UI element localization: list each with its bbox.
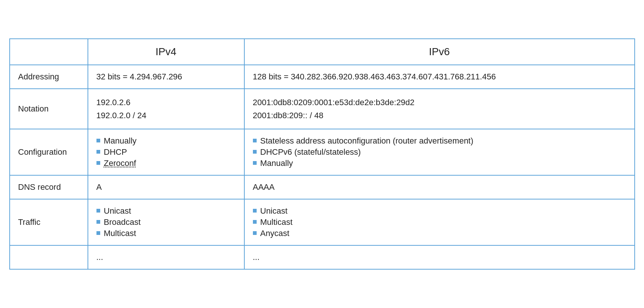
row-label-traffic: Traffic: [10, 199, 88, 245]
table-row: Notation 192.0.2.6 192.0.2.0 / 24 2001:0…: [10, 89, 635, 129]
bullet-icon: [253, 139, 257, 142]
row-ipv4-configuration: Manually DHCP Zeroconf: [88, 129, 244, 175]
ipv4-ipv6-comparison-table: IPv4 IPv6 Addressing 32 bits = 4.294.967…: [9, 38, 635, 270]
config-ipv4-list: Manually DHCP Zeroconf: [96, 136, 236, 168]
row-ipv4-addressing: 32 bits = 4.294.967.296: [88, 65, 244, 89]
notation-ipv4-line2: 192.0.2.0 / 24: [96, 109, 236, 122]
list-item: Manually: [96, 136, 236, 146]
row-label-last: [10, 245, 88, 269]
table-row: ... ...: [10, 245, 635, 269]
traffic-ipv6-item2: Multicast: [260, 217, 293, 227]
row-ipv4-traffic: Unicast Broadcast Multicast: [88, 199, 244, 245]
list-item: Multicast: [253, 217, 626, 227]
row-ipv6-traffic: Unicast Multicast Anycast: [244, 199, 635, 245]
row-ipv4-dns: A: [88, 175, 244, 199]
bullet-icon: [96, 231, 100, 235]
config-ipv4-item3: Zeroconf: [104, 158, 136, 168]
config-ipv6-text1: Stateless address autoconfiguration (rou…: [260, 136, 473, 145]
list-item: Zeroconf: [96, 158, 236, 168]
config-ipv4-item1: Manually: [104, 136, 137, 146]
bullet-icon: [96, 150, 100, 154]
list-item: Broadcast: [96, 217, 236, 227]
bullet-icon: [253, 150, 257, 154]
list-item: DHCP: [96, 147, 236, 157]
row-ipv6-notation: 2001:0db8:0209:0001:e53d:de2e:b3de:29d2 …: [244, 89, 635, 129]
notation-ipv6-lines: 2001:0db8:0209:0001:e53d:de2e:b3de:29d2 …: [253, 96, 626, 122]
bullet-icon: [96, 220, 100, 224]
row-label-dns: DNS record: [10, 175, 88, 199]
traffic-ipv4-list: Unicast Broadcast Multicast: [96, 206, 236, 238]
bullet-icon: [253, 220, 257, 224]
config-ipv6-list: Stateless address autoconfiguration (rou…: [253, 136, 626, 168]
notation-ipv4-line1: 192.0.2.6: [96, 96, 236, 109]
notation-ipv6-line1: 2001:0db8:0209:0001:e53d:de2e:b3de:29d2: [253, 96, 626, 109]
list-item: Multicast: [96, 229, 236, 238]
traffic-ipv4-item2: Broadcast: [104, 217, 141, 227]
traffic-ipv6-item1: Unicast: [260, 206, 288, 216]
config-ipv6-item3: Manually: [260, 158, 293, 168]
bullet-icon: [96, 209, 100, 213]
config-ipv4-item2: DHCP: [104, 147, 127, 157]
list-item: Unicast: [253, 206, 626, 216]
list-item: Anycast: [253, 229, 626, 238]
list-item: Stateless address autoconfiguration (rou…: [253, 136, 626, 146]
list-item: DHCPv6 (stateful/stateless): [253, 147, 626, 157]
row-ipv6-configuration: Stateless address autoconfiguration (rou…: [244, 129, 635, 175]
table-row: Addressing 32 bits = 4.294.967.296 128 b…: [10, 65, 635, 89]
row-label-notation: Notation: [10, 89, 88, 129]
table-row: Configuration Manually DHCP: [10, 129, 635, 175]
header-label-cell: [10, 39, 88, 65]
comparison-table-container: IPv4 IPv6 Addressing 32 bits = 4.294.967…: [9, 38, 635, 270]
bullet-icon: [253, 209, 257, 213]
row-label-addressing: Addressing: [10, 65, 88, 89]
row-label-configuration: Configuration: [10, 129, 88, 175]
traffic-ipv6-item3: Anycast: [260, 229, 289, 238]
config-ipv6-item2: DHCPv6 (stateful/stateless): [260, 147, 361, 157]
header-ipv4-cell: IPv4: [88, 39, 244, 65]
bullet-icon: [96, 161, 100, 165]
row-ipv6-last: ...: [244, 245, 635, 269]
row-ipv4-last: ...: [88, 245, 244, 269]
config-ipv6-item1: Stateless address autoconfiguration (rou…: [260, 136, 473, 146]
notation-ipv4-lines: 192.0.2.6 192.0.2.0 / 24: [96, 96, 236, 122]
table-row: DNS record A AAAA: [10, 175, 635, 199]
notation-ipv6-line2: 2001:db8:209:: / 48: [253, 109, 626, 122]
bullet-icon: [253, 231, 257, 235]
row-ipv4-notation: 192.0.2.6 192.0.2.0 / 24: [88, 89, 244, 129]
list-item: Manually: [253, 158, 626, 168]
row-ipv6-dns: AAAA: [244, 175, 635, 199]
traffic-ipv4-item3: Multicast: [104, 229, 136, 238]
traffic-ipv6-list: Unicast Multicast Anycast: [253, 206, 626, 238]
list-item: Unicast: [96, 206, 236, 216]
row-ipv6-addressing: 128 bits = 340.282.366.920.938.463.463.3…: [244, 65, 635, 89]
bullet-icon: [253, 161, 257, 165]
bullet-icon: [96, 139, 100, 142]
traffic-ipv4-item1: Unicast: [104, 206, 131, 216]
table-row: Traffic Unicast Broadcast Mu: [10, 199, 635, 245]
header-ipv6-cell: IPv6: [244, 39, 635, 65]
